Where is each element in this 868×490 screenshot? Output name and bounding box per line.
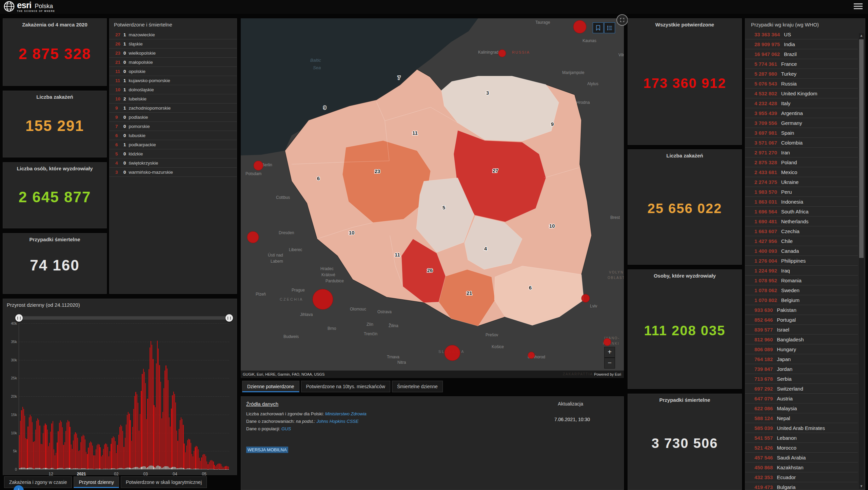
time-range-slider-handle-left[interactable] [15,314,23,322]
voivodeship-row[interactable]: 230wielkopolskie [109,49,237,58]
country-row[interactable]: 521 426Morocco [745,443,858,453]
country-row[interactable]: 3 571 067Colombia [745,138,858,148]
bookmark-button[interactable] [593,22,604,33]
country-row[interactable]: 647 079Austria [745,394,858,403]
country-row[interactable]: 1 078 952Romania [745,276,858,285]
country-row[interactable]: 1 983 570Peru [745,187,858,197]
country-row[interactable]: 622 086Malaysia [745,403,858,413]
source-link[interactable]: GUS [281,426,291,431]
scrollbar-thumb[interactable] [859,39,864,258]
country-row[interactable]: 3 955 439Argentina [745,108,858,118]
covid-proportional-marker[interactable] [247,231,259,243]
country-row[interactable]: 1 863 031Indonesia [745,197,858,207]
voivodeship-row[interactable]: 271mazowieckie [109,30,237,39]
country-row[interactable]: 764 182Japan [745,354,858,364]
country-row[interactable]: 1 690 481Netherlands [745,216,858,226]
tab-potwierdzone-w-skali-logarytmicznej[interactable]: Potwierdzone w skali logarytmicznej [121,476,207,488]
country-row[interactable]: 28 909 975India [745,39,858,49]
country-row[interactable]: 1 427 956Chile [745,236,858,246]
country-row[interactable]: 1 400 093Canada [745,246,858,256]
country-row[interactable]: 852 646Portugal [745,315,858,325]
country-row[interactable]: 2 971 270Iran [745,148,858,157]
voivodeship-row[interactable]: 91zachodniopomorskie [109,103,237,113]
country-row[interactable]: 697 292Switzerland [745,384,858,394]
voivodeship-row[interactable]: 102lubelskie [109,94,237,103]
country-row[interactable]: 5 774 361France [745,59,858,69]
country-row[interactable]: 432 353Ecuador [745,472,858,482]
country-row[interactable]: 450 868Kazakhstan [745,463,858,472]
country-row[interactable]: 2 875 328Poland [745,157,858,167]
covid-proportional-marker[interactable] [254,161,263,170]
country-row[interactable]: 5 076 543Russia [745,79,858,89]
country-row[interactable]: 457 546Saudi Arabia [745,453,858,463]
country-row[interactable]: 585 039United Arab Emirates [745,423,858,433]
country-row[interactable]: 3 697 981Spain [745,128,858,138]
country-row[interactable]: 5 287 980Turkey [745,69,858,79]
country-row[interactable]: 16 947 062Brazil [745,49,858,59]
country-row[interactable]: 4 532 802United Kingdom [745,89,858,98]
country-row[interactable]: 806 089Hungary [745,344,858,354]
country-row[interactable]: 839 577Israel [745,325,858,335]
hamburger-menu-icon[interactable] [854,3,863,10]
country-list[interactable]: 33 363 364US28 909 975India16 947 062Bra… [745,30,858,490]
tab-przyrost-dzienny[interactable]: Przyrost dzienny [74,476,119,488]
country-row[interactable]: 1 276 004Philippines [745,256,858,266]
tab--miertelne-dzienne[interactable]: Śmiertelne dzienne [392,381,443,392]
country-row[interactable]: 1 663 607Czechia [745,226,858,236]
covid-proportional-marker[interactable] [498,50,506,57]
country-row[interactable]: 2 274 375Ukraine [745,177,858,187]
voivodeship-row[interactable]: 110opolskie [109,67,237,76]
voivodeship-row[interactable]: 60lubuskie [109,131,237,140]
country-row[interactable]: 33 363 364US [745,30,858,39]
country-row[interactable]: 739 847Jordan [745,364,858,374]
country-row[interactable]: 812 960Bangladesh [745,335,858,344]
covid-proportional-marker[interactable] [604,338,611,346]
expand-panel-button[interactable] [616,14,628,26]
voivodeship-row[interactable]: 261śląskie [109,39,237,49]
covid-proportional-marker[interactable] [528,352,535,359]
covid-proportional-marker[interactable] [581,294,590,302]
country-row[interactable]: 933 630Pakistan [745,305,858,315]
case-bar [175,402,176,469]
source-link[interactable]: Johns Hopkins CSSE [316,419,358,424]
scroll-up-icon[interactable]: ▲ [859,33,864,38]
voivodeship-row[interactable]: 111kujawsko-pomorskie [109,76,237,85]
voivodeship-row[interactable]: 40świętokrzyskie [109,158,237,168]
country-row[interactable]: 419 473Bulgaria [745,482,858,490]
mobile-version-link[interactable]: WERSJA MOBILNA [246,447,288,453]
scroll-down-icon[interactable]: ▼ [859,484,864,489]
time-range-slider-track[interactable] [19,316,229,320]
poland-choropleth-map[interactable]: BalticSeaTaurageKaunasKaliningradRUSSIAM… [241,18,624,378]
tab-zaka-enia-i-zgony-w-czasie[interactable]: Zakażenia i zgony w czasie [4,476,72,488]
map-panel[interactable]: BalticSeaTaurageKaunasKaliningradRUSSIAM… [241,18,624,378]
source-link[interactable]: Ministerstwo Zdrowia [325,411,367,416]
country-row[interactable]: 4 232 428Italy [745,98,858,108]
voivodeship-row[interactable]: 70pomorskie [109,122,237,131]
zoom-in-button[interactable]: + [604,347,615,358]
case-bar [102,455,103,469]
covid-proportional-marker[interactable] [313,289,333,309]
country-row[interactable]: 1 070 802Belgium [745,295,858,305]
voivodeship-row[interactable]: 50łódzkie [109,149,237,158]
time-range-slider-handle-right[interactable] [225,314,233,322]
country-row[interactable]: 1 696 564South Africa [745,207,858,216]
tab-potwierdzone-na-10tys-mieszka-c-w[interactable]: Potwierdzone na 10tys. mieszkańców [301,381,390,392]
covid-proportional-marker[interactable] [573,20,586,33]
country-row[interactable]: 1 224 992Iraq [745,266,858,276]
country-row[interactable]: 3 709 556Germany [745,118,858,128]
legend-button[interactable] [604,22,615,33]
country-row[interactable]: 1 078 062Sweden [745,285,858,295]
tab-dzienne-potwierdzone[interactable]: Dzienne potwierdzone [242,381,299,392]
voivodeship-row[interactable]: 90podlaskie [109,113,237,122]
country-row[interactable]: 541 557Lebanon [745,433,858,443]
country-row[interactable]: 2 433 681Mexico [745,167,858,177]
country-row[interactable]: 713 678Serbia [745,374,858,384]
covid-proportional-marker[interactable] [445,345,460,361]
voivodeship-row[interactable]: 61podkarpackie [109,140,237,149]
voivodeship-row[interactable]: 30warmińsko-mazurskie [109,168,237,177]
country-row[interactable]: 588 124Nepal [745,413,858,423]
voivodeship-row[interactable]: 210małopolskie [109,58,237,67]
zoom-out-button[interactable]: − [604,358,615,369]
country-list-scrollbar[interactable]: ▲ ▼ [859,33,864,489]
voivodeship-row[interactable]: 101dolnośląskie [109,85,237,94]
